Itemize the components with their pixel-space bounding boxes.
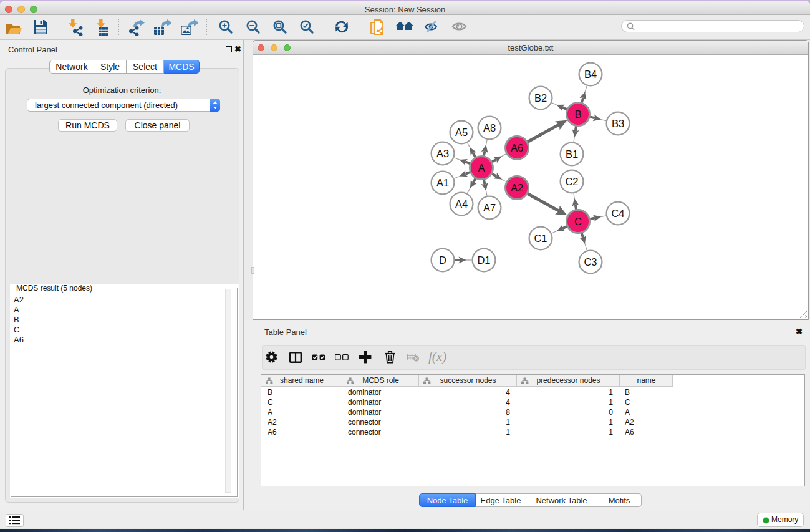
svg-text:A4: A4 [455, 198, 468, 210]
svg-text:A8: A8 [483, 122, 496, 133]
svg-text:B4: B4 [584, 69, 597, 80]
svg-text:C3: C3 [584, 256, 597, 268]
svg-text:D1: D1 [477, 254, 490, 266]
svg-text:D: D [439, 254, 446, 266]
svg-text:A2: A2 [511, 182, 523, 193]
svg-text:C: C [574, 216, 582, 227]
svg-text:B1: B1 [566, 148, 578, 160]
svg-text:B3: B3 [612, 118, 624, 129]
svg-text:C4: C4 [611, 208, 624, 219]
svg-text:A7: A7 [483, 202, 496, 213]
svg-text:C2: C2 [565, 176, 578, 187]
svg-text:A1: A1 [436, 177, 449, 188]
svg-text:A3: A3 [436, 148, 449, 159]
svg-text:A5: A5 [455, 127, 468, 138]
svg-text:C1: C1 [534, 233, 547, 244]
svg-text:B2: B2 [534, 92, 547, 104]
svg-text:A: A [478, 162, 485, 173]
svg-text:A6: A6 [511, 142, 523, 153]
svg-text:B: B [574, 109, 581, 120]
